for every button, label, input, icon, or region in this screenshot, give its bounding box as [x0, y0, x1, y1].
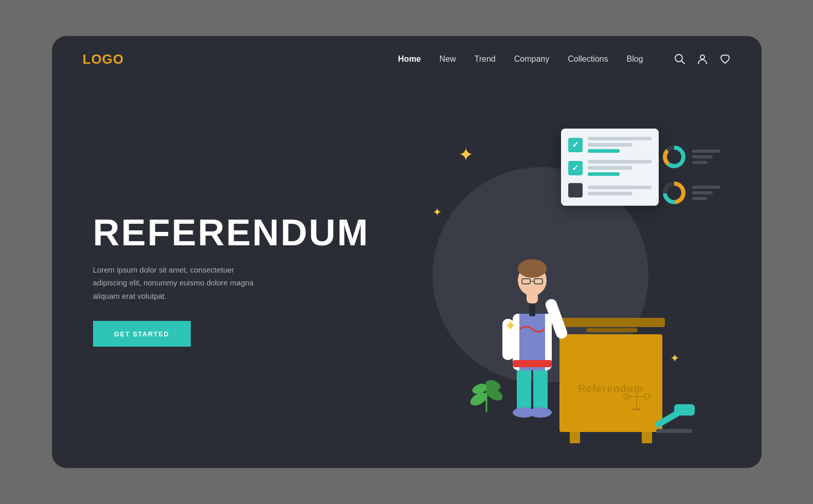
- main-content: REFERENDUM Lorem ipsum dolor sit amet, c…: [52, 82, 762, 468]
- check-row-3: [568, 183, 652, 197]
- line-6: [588, 172, 620, 176]
- line-3: [588, 149, 620, 153]
- check-lines-1: [588, 137, 652, 153]
- gavel-decoration: [648, 399, 700, 437]
- svg-point-2: [700, 55, 704, 59]
- donut-line-1b: [692, 155, 713, 158]
- cta-button[interactable]: GET STARTED: [93, 321, 191, 347]
- navbar: LOGO Home New Trend Company Collections …: [52, 36, 762, 82]
- box-slot: [586, 328, 638, 332]
- scales-decoration: [621, 389, 652, 417]
- hero-title: REFERENDUM: [93, 214, 350, 251]
- check-lines-3: [588, 186, 652, 195]
- svg-point-17: [529, 407, 552, 418]
- donut-row-2: [661, 180, 720, 206]
- user-button[interactable]: [697, 53, 708, 65]
- line-8: [588, 192, 633, 195]
- nav-blog[interactable]: Blog: [626, 55, 643, 64]
- donut-lines-2: [692, 186, 720, 200]
- svg-rect-14: [517, 365, 531, 411]
- main-card: LOGO Home New Trend Company Collections …: [52, 36, 762, 468]
- nav-home[interactable]: Home: [398, 55, 421, 64]
- svg-rect-19: [513, 360, 552, 367]
- donut-charts: [661, 144, 720, 206]
- donut-line-2c: [692, 197, 708, 200]
- nav-company[interactable]: Company: [514, 55, 549, 64]
- logo[interactable]: LOGO: [83, 51, 124, 67]
- svg-rect-35: [674, 404, 695, 416]
- gavel-svg: [648, 399, 700, 435]
- check-row-1: ✓: [568, 137, 652, 153]
- line-4: [588, 160, 652, 164]
- sparkle-2: ✦: [432, 206, 442, 219]
- donut-line-1c: [692, 161, 708, 164]
- donut-line-2b: [692, 191, 713, 194]
- nav-trend[interactable]: Trend: [475, 55, 496, 64]
- checkmark-2: ✓: [572, 163, 579, 173]
- checkbox-3: [568, 183, 583, 197]
- check-lines-2: [588, 160, 652, 176]
- person-svg: [491, 247, 573, 432]
- line-5: [588, 166, 633, 170]
- user-icon: [697, 53, 708, 65]
- svg-rect-33: [633, 408, 641, 410]
- hero-description: Lorem ipsum dolor sit amet, consectetuer…: [93, 263, 258, 303]
- check-row-2: ✓: [568, 160, 652, 176]
- donut-chart-1: [661, 144, 687, 170]
- box-body: Referendum: [559, 334, 662, 432]
- nav-icon-group: [674, 53, 731, 65]
- hero-illustration: ✦ ✦ ✦ ✦ ✓ ✓: [350, 103, 731, 447]
- donut-line-2a: [692, 186, 720, 189]
- svg-point-23: [518, 259, 547, 278]
- line-7: [588, 186, 652, 189]
- box-leg-left: [570, 432, 580, 443]
- nav-collections[interactable]: Collections: [568, 55, 608, 64]
- checkmark-1: ✓: [572, 140, 579, 150]
- sparkle-4: ✦: [670, 352, 679, 365]
- hero-left: REFERENDUM Lorem ipsum dolor sit amet, c…: [93, 103, 350, 447]
- checklist-document: ✓ ✓: [561, 129, 659, 206]
- nav-new[interactable]: New: [440, 55, 456, 64]
- donut-line-1a: [692, 150, 720, 153]
- svg-rect-36: [656, 429, 692, 433]
- donut-chart-2: [661, 180, 687, 206]
- checkbox-1: ✓: [568, 138, 583, 152]
- svg-line-1: [681, 61, 684, 64]
- search-button[interactable]: [674, 53, 685, 65]
- person-figure: [491, 247, 573, 432]
- line-2: [588, 143, 633, 147]
- scales-svg: [621, 389, 652, 415]
- heart-icon: [719, 53, 731, 65]
- sparkle-1: ✦: [458, 144, 474, 166]
- svg-rect-15: [533, 365, 548, 411]
- heart-button[interactable]: [719, 53, 731, 65]
- donut-lines-1: [692, 150, 720, 164]
- search-icon: [674, 53, 685, 65]
- donut-row-1: [661, 144, 720, 170]
- sparkle-3: ✦: [504, 317, 516, 334]
- checkbox-2: ✓: [568, 161, 583, 175]
- nav-links: Home New Trend Company Collections Blog: [398, 55, 643, 64]
- line-1: [588, 137, 652, 140]
